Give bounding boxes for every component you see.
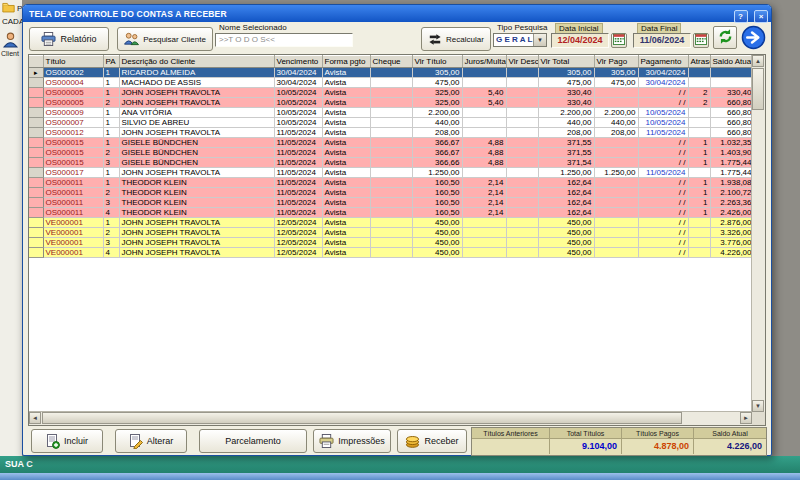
end-date-field[interactable]: 11/06/2024 <box>633 33 691 48</box>
cell[interactable] <box>710 78 752 88</box>
cell[interactable]: Avista <box>322 178 370 188</box>
horizontal-scrollbar[interactable]: ◄ ► <box>29 411 752 425</box>
cell[interactable] <box>594 188 638 198</box>
cell[interactable]: 1 <box>688 188 710 198</box>
cell[interactable]: Avista <box>322 248 370 258</box>
cell[interactable]: 2.263,36 <box>710 198 752 208</box>
cell[interactable]: Avista <box>322 198 370 208</box>
cell[interactable] <box>370 168 412 178</box>
cell[interactable]: 1 <box>103 128 119 138</box>
row-selector[interactable] <box>29 168 43 178</box>
cell[interactable] <box>462 118 506 128</box>
cell[interactable]: Avista <box>322 128 370 138</box>
cell[interactable]: 1 <box>103 138 119 148</box>
cell[interactable] <box>462 238 506 248</box>
table-row[interactable]: OS0000113THEODOR KLEIN11/05/2024Avista16… <box>29 198 752 208</box>
cell[interactable]: 1 <box>688 198 710 208</box>
background-menu-item[interactable]: CADA <box>2 17 22 26</box>
cell[interactable]: Avista <box>322 238 370 248</box>
cell[interactable]: 330,40 <box>538 98 594 108</box>
cell[interactable]: 305,00 <box>412 68 462 78</box>
cell[interactable]: / / <box>638 88 688 98</box>
cell[interactable] <box>506 158 538 168</box>
table-row[interactable]: OS0000091ANA VITÓRIA10/05/2024Avista2.20… <box>29 108 752 118</box>
cell[interactable]: OS000015 <box>43 148 103 158</box>
cell[interactable] <box>688 168 710 178</box>
cell[interactable]: 1.775,44 <box>710 168 752 178</box>
row-selector[interactable] <box>29 248 43 258</box>
column-header[interactable]: PA <box>103 56 119 68</box>
cell[interactable]: 2 <box>688 88 710 98</box>
cell[interactable] <box>370 248 412 258</box>
cell[interactable]: 1 <box>103 88 119 98</box>
cell[interactable] <box>506 88 538 98</box>
cell[interactable]: 1 <box>688 178 710 188</box>
cell[interactable] <box>594 158 638 168</box>
cell[interactable]: 305,00 <box>538 68 594 78</box>
cell[interactable]: 3 <box>103 238 119 248</box>
cell[interactable]: Avista <box>322 158 370 168</box>
cell[interactable]: 4,88 <box>462 158 506 168</box>
cell[interactable]: / / <box>638 248 688 258</box>
column-header[interactable]: Vlr Pago <box>594 56 638 68</box>
cell[interactable]: / / <box>638 138 688 148</box>
cell[interactable]: 305,00 <box>594 68 638 78</box>
cell[interactable] <box>462 168 506 178</box>
cell[interactable]: 371,55 <box>538 138 594 148</box>
row-selector[interactable] <box>29 218 43 228</box>
row-selector[interactable] <box>29 208 43 218</box>
cell[interactable]: Avista <box>322 138 370 148</box>
cell[interactable]: 2,14 <box>462 208 506 218</box>
cell[interactable]: 162,64 <box>538 208 594 218</box>
cell[interactable]: 12/05/2024 <box>274 218 322 228</box>
cell[interactable] <box>506 68 538 78</box>
receive-button[interactable]: Receber <box>397 429 467 453</box>
cell[interactable]: 450,00 <box>412 228 462 238</box>
table-row[interactable]: OS0000071SILVIO DE ABREU10/05/2024Avista… <box>29 118 752 128</box>
scroll-right-button[interactable]: ► <box>740 412 752 424</box>
row-selector[interactable] <box>29 118 43 128</box>
installment-button[interactable]: Parcelamento <box>199 429 307 453</box>
cell[interactable]: 160,50 <box>412 208 462 218</box>
cell[interactable]: 3 <box>103 198 119 208</box>
cell[interactable]: 4,88 <box>462 138 506 148</box>
include-button[interactable]: Incluir <box>31 429 103 453</box>
end-date-calendar-button[interactable] <box>693 33 709 48</box>
cell[interactable]: JOHN JOSEPH TRAVOLTA <box>119 238 274 248</box>
cell[interactable]: 2,14 <box>462 198 506 208</box>
row-selector[interactable] <box>29 238 43 248</box>
cell[interactable]: 160,50 <box>412 198 462 208</box>
cell[interactable] <box>688 108 710 118</box>
cell[interactable]: / / <box>638 238 688 248</box>
cell[interactable]: 3.326,00 <box>710 228 752 238</box>
cell[interactable] <box>370 138 412 148</box>
cell[interactable]: 2,14 <box>462 188 506 198</box>
cell[interactable] <box>462 228 506 238</box>
table-row[interactable]: OS0000051JOHN JOSEPH TRAVOLTA10/05/2024A… <box>29 88 752 98</box>
cell[interactable]: 325,00 <box>412 88 462 98</box>
cell[interactable] <box>506 198 538 208</box>
titlebar[interactable]: TELA DE CONTROLE DO CONTAS A RECEBER ? × <box>23 5 771 22</box>
cell[interactable]: ANA VITÓRIA <box>119 108 274 118</box>
cell[interactable]: 162,64 <box>538 178 594 188</box>
cell[interactable]: 330,40 <box>710 88 752 98</box>
cell[interactable] <box>370 118 412 128</box>
cell[interactable] <box>506 148 538 158</box>
cell[interactable]: 440,00 <box>412 118 462 128</box>
cell[interactable]: SILVIO DE ABREU <box>119 118 274 128</box>
table-row[interactable]: OS0000152GISELE BÜNDCHEN11/05/2024Avista… <box>29 148 752 158</box>
cell[interactable]: / / <box>638 218 688 228</box>
row-selector[interactable] <box>29 188 43 198</box>
cell[interactable] <box>688 68 710 78</box>
cell[interactable] <box>370 98 412 108</box>
cell[interactable]: 1 <box>103 178 119 188</box>
close-button[interactable]: × <box>754 10 768 23</box>
cell[interactable] <box>688 238 710 248</box>
vertical-scrollbar-thumb[interactable] <box>752 68 764 110</box>
cell[interactable] <box>370 158 412 168</box>
cell[interactable]: 5,40 <box>462 88 506 98</box>
cell[interactable]: 450,00 <box>538 218 594 228</box>
row-selector[interactable] <box>29 108 43 118</box>
cell[interactable]: THEODOR KLEIN <box>119 208 274 218</box>
cell[interactable] <box>370 198 412 208</box>
